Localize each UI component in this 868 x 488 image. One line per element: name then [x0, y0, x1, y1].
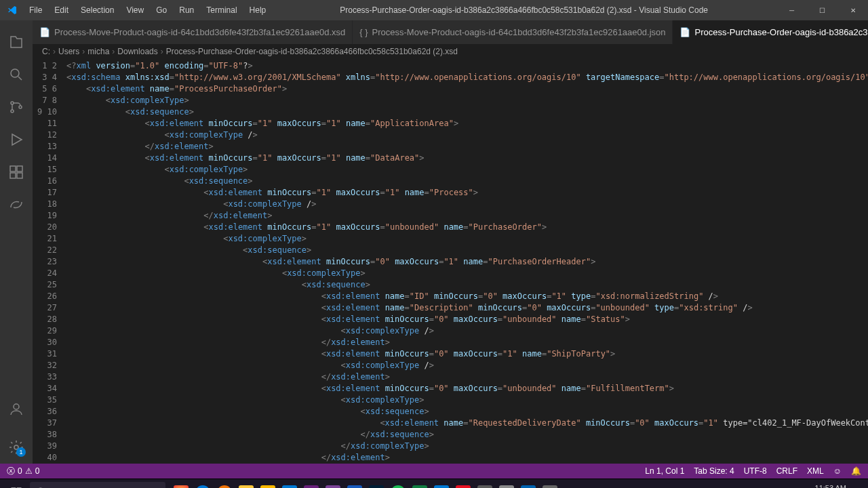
status-errors[interactable]: ⓧ 0 ⚠ 0	[7, 466, 39, 477]
breadcrumb[interactable]: C:› Users› micha› Downloads› Process-Pur…	[33, 44, 868, 59]
close-button[interactable]: ✕	[837, 0, 868, 20]
accounts-icon[interactable]	[0, 393, 33, 426]
taskbar-app[interactable]	[258, 479, 278, 489]
taskbar-app[interactable]	[171, 479, 191, 489]
taskbar-app[interactable]	[236, 479, 256, 489]
statusbar: ⓧ 0 ⚠ 0 Ln 1, Col 1 Tab Size: 4 UTF-8 CR…	[0, 464, 868, 479]
status-bell-icon[interactable]: 🔔	[851, 466, 861, 476]
start-button[interactable]	[3, 479, 30, 489]
status-feedback-icon[interactable]: ☺	[833, 466, 842, 476]
tab-label: Process-Move-Product-oagis-id-64c1bdd3d6…	[372, 27, 666, 37]
breadcrumb-item[interactable]: C:	[42, 47, 50, 56]
menu-file[interactable]: File	[24, 3, 47, 18]
taskbar-app[interactable]	[518, 479, 538, 489]
taskbar-app[interactable]	[279, 479, 300, 489]
window-title: Process-Purchase-Order-oagis-id-b386a2c3…	[271, 5, 776, 15]
taskbar-app[interactable]	[431, 479, 452, 489]
menu-edit[interactable]: Edit	[49, 3, 74, 18]
tab-label: Process-Move-Product-oagis-id-64c1bdd3d6…	[54, 27, 345, 37]
explorer-icon[interactable]	[0, 26, 33, 58]
taskbar-app[interactable]	[366, 479, 387, 489]
line-numbers: 1 2 3 4 5 6 7 8 9 10 11 12 13 14 15 16 1…	[33, 59, 66, 464]
taskbar-app[interactable]	[453, 479, 473, 489]
menu-terminal[interactable]: Terminal	[201, 3, 242, 18]
search-icon[interactable]	[0, 58, 33, 91]
svg-rect-6	[10, 173, 16, 178]
taskbar-app[interactable]	[475, 479, 495, 489]
taskbar-app[interactable]	[301, 479, 321, 489]
svg-rect-7	[17, 173, 22, 178]
titlebar: File Edit Selection View Go Run Terminal…	[0, 0, 868, 20]
system-tray[interactable]: ˄ ☁ ● 📶 🔊 ENG 11:53 AM 2020-09-24 💬	[724, 484, 865, 489]
minimize-button[interactable]: ─	[776, 0, 807, 20]
breadcrumb-item[interactable]: Process-Purchase-Order-oagis-id-b386a2c3…	[166, 47, 458, 56]
status-line-col[interactable]: Ln 1, Col 1	[645, 466, 684, 476]
source-control-icon[interactable]	[0, 91, 33, 123]
svg-point-0	[11, 69, 19, 77]
taskbar-app[interactable]	[214, 479, 235, 489]
extensions-icon[interactable]	[0, 156, 33, 188]
menu-selection[interactable]: Selection	[75, 3, 119, 18]
menu-go[interactable]: Go	[151, 3, 172, 18]
file-icon: 📄	[39, 27, 50, 37]
taskbar: 🔍 Type here to search ˄ ☁ ● 📶 🔊 ENG 11:5…	[0, 479, 868, 488]
svg-point-3	[19, 106, 22, 108]
taskbar-app[interactable]	[496, 479, 517, 489]
svg-rect-4	[10, 166, 16, 171]
vscode-logo-icon	[0, 5, 24, 16]
menu-run[interactable]: Run	[174, 3, 199, 18]
taskbar-app[interactable]	[540, 479, 560, 489]
settings-badge: 1	[16, 447, 26, 457]
editor[interactable]: 1 2 3 4 5 6 7 8 9 10 11 12 13 14 15 16 1…	[33, 59, 868, 464]
activity-bar: 1	[0, 20, 33, 464]
tab-2[interactable]: 📄Process-Purchase-Order-oagis-id-b386a2c…	[673, 20, 868, 44]
svg-rect-5	[17, 166, 22, 171]
status-lang[interactable]: XML	[807, 466, 824, 476]
taskbar-app[interactable]	[388, 479, 408, 489]
taskbar-app[interactable]	[193, 479, 213, 489]
maximize-button[interactable]: ☐	[807, 0, 837, 20]
menu-view[interactable]: View	[121, 3, 149, 18]
taskbar-app[interactable]	[410, 479, 430, 489]
breadcrumb-item[interactable]: Users	[58, 47, 79, 56]
breadcrumb-item[interactable]: micha	[87, 47, 109, 56]
status-eol[interactable]: CRLF	[776, 466, 797, 476]
file-icon: 📄	[679, 27, 690, 37]
svg-point-2	[11, 110, 14, 113]
tab-0[interactable]: 📄Process-Move-Product-oagis-id-64c1bdd3d…	[33, 20, 353, 44]
code-content[interactable]: <?xml version="1.0" encoding="UTF-8"?> <…	[66, 59, 868, 464]
svg-point-8	[14, 404, 19, 409]
tab-label: Process-Purchase-Order-oagis-id-b386a2c3…	[694, 27, 868, 37]
file-icon: { }	[359, 27, 368, 37]
breadcrumb-item[interactable]: Downloads	[117, 47, 157, 56]
remote-icon[interactable]	[0, 188, 33, 221]
settings-icon[interactable]: 1	[0, 431, 33, 464]
tray-datetime[interactable]: 11:53 AM 2020-09-24	[808, 484, 846, 489]
menu-help[interactable]: Help	[244, 3, 272, 18]
tab-1[interactable]: { }Process-Move-Product-oagis-id-64c1bdd…	[353, 20, 673, 44]
taskbar-app[interactable]	[323, 479, 343, 489]
run-debug-icon[interactable]	[0, 123, 33, 156]
taskbar-app[interactable]	[344, 479, 365, 489]
taskbar-apps	[171, 479, 560, 489]
taskbar-search[interactable]: 🔍 Type here to search	[30, 482, 165, 489]
svg-point-1	[11, 102, 14, 104]
tab-bar: 📄Process-Move-Product-oagis-id-64c1bdd3d…	[33, 20, 868, 44]
status-encoding[interactable]: UTF-8	[744, 466, 767, 476]
status-tab-size[interactable]: Tab Size: 4	[694, 466, 734, 476]
menu-bar: File Edit Selection View Go Run Terminal…	[24, 3, 271, 18]
